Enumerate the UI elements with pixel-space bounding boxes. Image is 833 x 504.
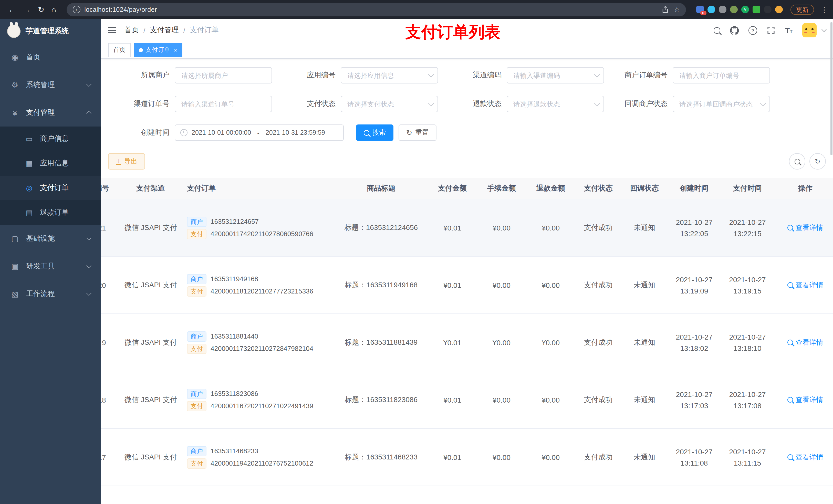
pay-status-select[interactable] bbox=[341, 96, 438, 112]
field-label: 回调商户状态 bbox=[606, 99, 673, 109]
merchant-input[interactable] bbox=[175, 67, 272, 83]
extension-icon[interactable] bbox=[753, 6, 760, 13]
filter-row: 创建时间 2021-10-01 00:00:00 - 2021-10-31 23… bbox=[108, 124, 826, 141]
refund-status-field[interactable] bbox=[512, 100, 591, 108]
app-no-select[interactable] bbox=[341, 67, 438, 83]
back-icon[interactable]: ← bbox=[8, 6, 16, 13]
date-range-picker[interactable]: 2021-10-01 00:00:00 - 2021-10-31 23:59:5… bbox=[175, 124, 344, 141]
refresh-table-button[interactable]: ↻ bbox=[809, 153, 826, 170]
table-header-row: 编号 支付渠道 支付订单 商品标题 支付金额 手续金额 退款金额 支付状态 回调… bbox=[101, 178, 833, 199]
sidebar-item-dev-tools[interactable]: ▣ 研发工具 bbox=[0, 253, 101, 280]
breadcrumb-home[interactable]: 首页 bbox=[124, 26, 139, 35]
sidebar-item-system[interactable]: ⚙ 系统管理 bbox=[0, 71, 101, 99]
page-info-icon[interactable]: i bbox=[72, 6, 80, 13]
cell-id: 17 bbox=[101, 429, 120, 486]
browser-menu-icon[interactable]: ⋮ bbox=[821, 5, 828, 14]
pay-badge: 支付 bbox=[187, 343, 207, 354]
filter-row: 所属商户 应用编号 渠道编码 bbox=[108, 67, 826, 83]
cell-fee: ¥0.00 bbox=[477, 199, 526, 256]
sidebar-item-infrastructure[interactable]: ▢ 基础设施 bbox=[0, 225, 101, 253]
extension-pin-icon[interactable] bbox=[764, 6, 771, 13]
table-row: 18 微信 JSAPI 支付 商户1635311823086 支付4200001… bbox=[101, 371, 833, 429]
monitor-icon: ▢ bbox=[10, 234, 20, 243]
card-icon: ▭ bbox=[25, 135, 34, 143]
cell-status: 支付成功 bbox=[575, 429, 621, 486]
cell-fee: ¥0.00 bbox=[477, 314, 526, 371]
cell-action: 查看详情 bbox=[774, 429, 833, 486]
merchant-badge: 商户 bbox=[187, 388, 207, 399]
font-size-icon[interactable]: TT bbox=[785, 26, 792, 34]
home-icon[interactable]: ⌂ bbox=[51, 6, 56, 13]
cell-create-time: 2021-10-2713:18:02 bbox=[668, 314, 721, 371]
tag-home[interactable]: 首页 bbox=[108, 43, 130, 57]
sidebar-toggle-icon[interactable] bbox=[108, 27, 116, 33]
cell-fee: ¥0.00 bbox=[477, 429, 526, 486]
channel-order-no-input[interactable] bbox=[175, 96, 272, 112]
sidebar-item-home[interactable]: ◉ 首页 bbox=[0, 44, 101, 71]
share-icon[interactable] bbox=[662, 6, 669, 13]
help-icon[interactable]: ? bbox=[749, 26, 757, 34]
pay-badge: 支付 bbox=[187, 458, 207, 469]
bookmark-star-icon[interactable]: ☆ bbox=[674, 6, 680, 13]
reset-button[interactable]: ↻ 重置 bbox=[399, 124, 436, 141]
merchant-order-no-field[interactable] bbox=[678, 71, 764, 80]
extension-icon[interactable] bbox=[719, 6, 727, 13]
search-icon[interactable] bbox=[714, 27, 720, 33]
cell-subject: 标题：1635311949168 bbox=[335, 256, 428, 314]
sidebar-item-refund-order[interactable]: ▤ 退款订单 bbox=[0, 200, 101, 225]
sidebar-menu: ◉ 首页 ⚙ 系统管理 ¥ 支付管理 ▭ 商户信息 bbox=[0, 44, 101, 308]
tag-pay-order[interactable]: 支付订单 × bbox=[134, 43, 182, 57]
fullscreen-icon[interactable] bbox=[767, 26, 776, 34]
view-detail-link[interactable]: 查看详情 bbox=[787, 453, 823, 462]
app-no-select-field[interactable] bbox=[346, 71, 425, 80]
col-action: 操作 bbox=[774, 178, 833, 199]
extension-puzzle-icon[interactable]: 10 bbox=[696, 6, 704, 13]
scrollbar-thumb[interactable] bbox=[830, 22, 832, 155]
tag-close-icon[interactable]: × bbox=[174, 47, 177, 53]
channel-order-no-field[interactable] bbox=[180, 100, 266, 108]
sidebar-item-merchant-info[interactable]: ▭ 商户信息 bbox=[0, 126, 101, 151]
sidebar-item-pay-order[interactable]: ◎ 支付订单 bbox=[0, 176, 101, 200]
toggle-search-button[interactable] bbox=[789, 153, 805, 170]
update-button[interactable]: 更新 bbox=[790, 4, 814, 15]
extension-icon[interactable]: V bbox=[741, 6, 749, 13]
notify-status-field[interactable] bbox=[678, 100, 757, 108]
view-detail-link[interactable]: 查看详情 bbox=[787, 281, 823, 290]
search-button[interactable]: 搜索 bbox=[356, 124, 394, 141]
github-icon[interactable] bbox=[730, 26, 739, 34]
page-scrollbar[interactable] bbox=[830, 19, 833, 504]
sidebar-item-pay[interactable]: ¥ 支付管理 bbox=[0, 99, 101, 126]
sidebar-logo[interactable]: 芋道管理系统 bbox=[0, 19, 101, 44]
view-detail-link[interactable]: 查看详情 bbox=[787, 338, 823, 347]
address-bar[interactable]: i localhost:1024/pay/order ☆ bbox=[66, 3, 686, 16]
cell-notify: 未通知 bbox=[621, 314, 668, 371]
breadcrumb-section[interactable]: 支付管理 bbox=[150, 26, 179, 35]
forward-icon[interactable]: → bbox=[23, 6, 31, 13]
sidebar-item-workflow[interactable]: ▧ 工作流程 bbox=[0, 280, 101, 308]
notify-status-select[interactable] bbox=[673, 96, 770, 112]
profile-avatar-icon[interactable] bbox=[775, 6, 783, 13]
date-start[interactable]: 2021-10-01 00:00:00 bbox=[192, 129, 251, 136]
breadcrumb-separator: / bbox=[143, 26, 145, 34]
cell-amount: ¥0.01 bbox=[428, 371, 477, 429]
search-button-label: 搜索 bbox=[373, 128, 386, 137]
extension-icon[interactable] bbox=[708, 6, 715, 13]
user-avatar[interactable] bbox=[802, 23, 817, 38]
date-end[interactable]: 2021-10-31 23:59:59 bbox=[266, 129, 325, 136]
field-label: 创建时间 bbox=[108, 128, 175, 137]
channel-code-field[interactable] bbox=[512, 71, 591, 80]
cell-create-time: 2021-10-2713:11:08 bbox=[668, 429, 721, 486]
view-detail-link[interactable]: 查看详情 bbox=[787, 395, 823, 404]
export-button[interactable]: ↓ 导出 bbox=[108, 153, 145, 170]
reload-icon[interactable]: ↻ bbox=[38, 6, 44, 13]
sidebar-item-app-info[interactable]: ▦ 应用信息 bbox=[0, 151, 101, 176]
merchant-input-field[interactable] bbox=[180, 71, 266, 80]
view-detail-link[interactable]: 查看详情 bbox=[787, 223, 823, 232]
channel-code-select[interactable] bbox=[507, 67, 604, 83]
cell-refund: ¥0.00 bbox=[526, 256, 575, 314]
refund-status-select[interactable] bbox=[507, 96, 604, 112]
avatar-dropdown-caret-icon[interactable] bbox=[822, 27, 827, 32]
extension-icon[interactable] bbox=[730, 6, 738, 13]
pay-status-field[interactable] bbox=[346, 100, 425, 108]
merchant-order-no-input[interactable] bbox=[673, 67, 770, 83]
